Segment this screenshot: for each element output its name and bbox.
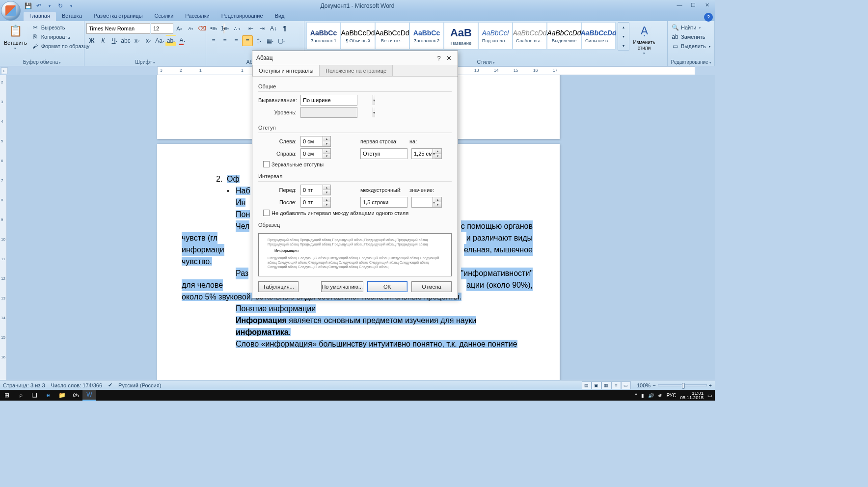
- search-button[interactable]: ⌕: [14, 390, 27, 401]
- style-item[interactable]: AaBНазвание: [444, 22, 478, 50]
- subscript-button[interactable]: x2: [132, 35, 142, 46]
- spin-down-icon[interactable]: ▼: [323, 154, 330, 159]
- style-item[interactable]: AaBbCcDdСильное в...: [581, 22, 616, 50]
- tab-references[interactable]: Ссылки: [149, 12, 180, 21]
- style-item[interactable]: AaBbCcЗаголовок 2: [409, 22, 444, 50]
- highlight-button[interactable]: ab▾: [165, 35, 176, 46]
- maximize-button[interactable]: ☐: [686, 0, 700, 10]
- paste-button[interactable]: 📋 Вставить ▾: [2, 22, 29, 52]
- outline-view[interactable]: ≡: [611, 381, 621, 389]
- zoom-thumb[interactable]: [682, 383, 685, 389]
- italic-button[interactable]: К: [98, 35, 108, 46]
- word-count[interactable]: Число слов: 174/366: [51, 382, 103, 388]
- zoom-slider[interactable]: [658, 384, 707, 386]
- cut-button[interactable]: ✂Вырезать: [30, 23, 91, 32]
- spin-up-icon[interactable]: ▲: [323, 136, 330, 141]
- zoom-in-button[interactable]: +: [709, 382, 712, 388]
- qat-customize-icon[interactable]: ▾: [67, 1, 76, 10]
- spin-up-icon[interactable]: ▲: [434, 197, 441, 202]
- chevron-down-icon[interactable]: ▾: [373, 95, 375, 105]
- linespacing-combo[interactable]: ▾: [360, 197, 407, 208]
- nospace-checkbox[interactable]: [263, 210, 270, 216]
- cancel-button[interactable]: Отмена: [411, 281, 452, 292]
- minimize-button[interactable]: —: [673, 0, 686, 10]
- superscript-button[interactable]: x2: [143, 35, 154, 46]
- font-name-combo[interactable]: ▾: [86, 23, 150, 34]
- clipboard-group-label[interactable]: Буфер обмена: [2, 58, 82, 66]
- styles-more[interactable]: ▾: [618, 41, 629, 50]
- align-justify-button[interactable]: ≡: [242, 35, 253, 46]
- styles-row-down[interactable]: ▾: [618, 32, 629, 41]
- zoom-out-button[interactable]: −: [652, 382, 655, 388]
- tab-review[interactable]: Рецензирование: [216, 12, 269, 21]
- align-left-button[interactable]: ≡: [208, 35, 219, 46]
- editing-group-label[interactable]: Редактирование: [670, 59, 712, 66]
- style-item[interactable]: AaBbCcDdБез инте...: [375, 22, 409, 50]
- chevron-down-icon[interactable]: ▾: [433, 197, 435, 207]
- clock[interactable]: 11:0105.11.2015: [680, 391, 704, 400]
- spin-up-icon[interactable]: ▲: [434, 149, 441, 154]
- dialog-tab-indents[interactable]: Отступы и интервалы: [252, 65, 320, 76]
- close-window-button[interactable]: ✕: [700, 0, 714, 10]
- font-color-button[interactable]: A▾: [177, 35, 188, 46]
- align-center-button[interactable]: ≡: [219, 35, 230, 46]
- web-view[interactable]: ▦: [601, 381, 611, 389]
- sort-button[interactable]: A↓: [268, 23, 279, 34]
- font-group-label[interactable]: Шрифт: [86, 58, 204, 66]
- font-name-input[interactable]: [87, 26, 159, 31]
- style-item[interactable]: AaBbCcDdСлабое вы...: [513, 22, 547, 50]
- alignment-combo[interactable]: ▾: [300, 95, 357, 106]
- full-screen-view[interactable]: ▣: [592, 381, 601, 389]
- page-status[interactable]: Страница: 3 из 3: [3, 382, 45, 388]
- increase-indent-button[interactable]: ⇥: [257, 23, 268, 34]
- volume-icon[interactable]: 🔊: [648, 393, 654, 398]
- show-marks-button[interactable]: ¶: [279, 23, 290, 34]
- decrease-indent-button[interactable]: ⇤: [245, 23, 256, 34]
- dialog-tab-page[interactable]: Положение на странице: [319, 65, 393, 76]
- store-icon[interactable]: 🛍: [69, 390, 82, 401]
- zoom-value[interactable]: 100%: [637, 382, 651, 388]
- line-spacing-button[interactable]: ‡▾: [253, 35, 264, 46]
- default-button[interactable]: По умолчанию...: [321, 281, 363, 292]
- borders-button[interactable]: ▢▾: [276, 35, 287, 46]
- input-lang[interactable]: РУС: [666, 393, 676, 398]
- find-button[interactable]: 🔍Найти▾: [670, 23, 702, 32]
- dialog-help-button[interactable]: ?: [434, 53, 444, 63]
- copy-button[interactable]: ⎘Копировать: [30, 32, 91, 41]
- strike-button[interactable]: abc: [120, 35, 131, 46]
- edge-icon[interactable]: e: [41, 390, 55, 401]
- tab-view[interactable]: Вид: [269, 12, 291, 21]
- tray-chevron-icon[interactable]: ˄: [635, 393, 637, 398]
- redo-icon[interactable]: ↻: [56, 1, 65, 10]
- font-size-combo[interactable]: ▾: [151, 23, 173, 34]
- save-icon[interactable]: 💾: [24, 1, 32, 10]
- change-case-button[interactable]: Aa▾: [154, 35, 165, 46]
- draft-view[interactable]: ▭: [621, 381, 631, 389]
- undo-dropdown-icon[interactable]: ▾: [45, 1, 54, 10]
- replace-button[interactable]: abЗаменить: [670, 32, 706, 41]
- bullets-button[interactable]: •≡▾: [208, 23, 219, 34]
- print-layout-view[interactable]: ▤: [582, 381, 592, 389]
- bold-button[interactable]: Ж: [86, 35, 97, 46]
- tab-home[interactable]: Главная: [24, 12, 56, 21]
- align-right-button[interactable]: ≡: [231, 35, 242, 46]
- spin-up-icon[interactable]: ▲: [323, 185, 330, 190]
- help-button[interactable]: ?: [704, 13, 713, 22]
- spin-down-icon[interactable]: ▼: [323, 141, 330, 146]
- change-styles-button[interactable]: Ạ Изменить стили ▾: [630, 22, 658, 56]
- proofing-icon[interactable]: ✔: [108, 382, 112, 388]
- multilevel-button[interactable]: ⛬▾: [231, 23, 242, 34]
- tab-insert[interactable]: Вставка: [56, 12, 88, 21]
- spin-up-icon[interactable]: ▲: [323, 197, 330, 202]
- spin-down-icon[interactable]: ▼: [323, 190, 330, 195]
- vertical-ruler[interactable]: 2345678910111213141516: [0, 75, 7, 382]
- styles-gallery[interactable]: AaBbCcЗаголовок 1AaBbCcDd¶ ОбычныйAaBbCc…: [306, 22, 616, 50]
- mirror-checkbox[interactable]: [263, 161, 270, 167]
- ruler-corner[interactable]: L: [1, 67, 8, 74]
- explorer-icon[interactable]: 📁: [55, 390, 69, 401]
- start-button[interactable]: ⊞: [0, 390, 14, 401]
- indent-right-spinner[interactable]: ▲▼: [300, 148, 331, 159]
- format-painter-button[interactable]: 🖌Формат по образцу: [30, 42, 91, 51]
- tab-mailings[interactable]: Рассылки: [179, 12, 215, 21]
- shading-button[interactable]: ▦▾: [265, 35, 275, 46]
